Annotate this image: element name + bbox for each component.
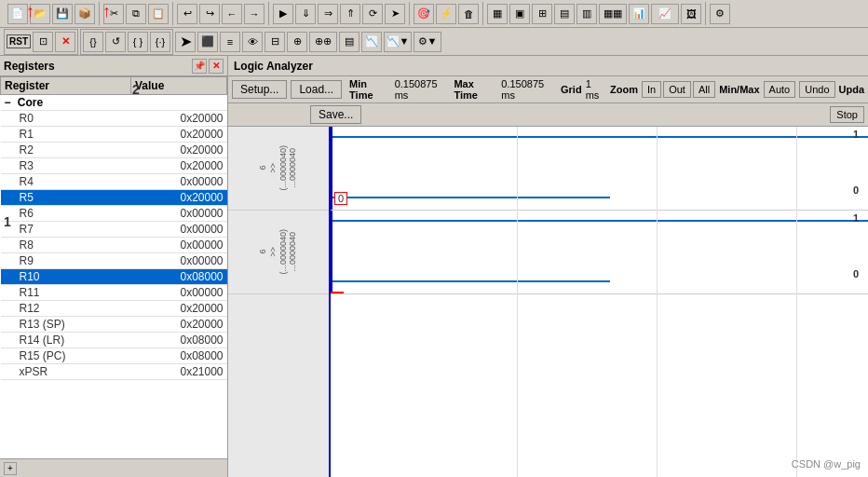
- step-over-button[interactable]: ⇒: [318, 4, 338, 24]
- minmax-label: Min/Max: [719, 84, 759, 95]
- forward-button[interactable]: →: [244, 4, 264, 24]
- step-into-button[interactable]: ⇓: [295, 4, 316, 24]
- save-button[interactable]: 💾: [52, 4, 73, 24]
- register-row[interactable]: R9 0x00000: [1, 253, 227, 269]
- load-button[interactable]: Load...: [291, 80, 342, 99]
- arrow-right2-button[interactable]: ➤: [175, 32, 196, 52]
- save-button[interactable]: Save...: [310, 105, 361, 124]
- register-row[interactable]: R11 0x00000: [1, 285, 227, 301]
- reg-name: R12: [1, 301, 131, 317]
- reg-value: 0x08000: [131, 333, 227, 348]
- registers-scroll[interactable]: Register Value − Core R0 0x20000 R1 0x20…: [0, 76, 227, 458]
- zoom-all-button[interactable]: All: [693, 81, 715, 98]
- register-row[interactable]: R15 (PC) 0x08000: [1, 348, 227, 364]
- layout5-button[interactable]: ▥: [576, 4, 597, 24]
- file-group: 📄 📂 💾 📦: [4, 2, 100, 25]
- trace1-button[interactable]: ⊕: [287, 32, 307, 52]
- trace4-button[interactable]: 📉: [361, 32, 382, 52]
- undo-button[interactable]: ↩: [177, 4, 197, 24]
- brace-loop-button[interactable]: ↺: [105, 32, 126, 52]
- arrow-right-button[interactable]: ➤: [385, 4, 405, 24]
- layout1-button[interactable]: ▦: [487, 4, 508, 24]
- reg-name: R0: [1, 111, 131, 127]
- registers-title: Registers: [4, 60, 55, 73]
- panel-icon-group: 📌 ✕: [192, 59, 224, 74]
- close-red-button[interactable]: ✕: [55, 32, 75, 52]
- waveform-row-1: 1 0 0: [331, 127, 868, 211]
- redo-button[interactable]: ↪: [199, 4, 220, 24]
- layout8-button[interactable]: 📈: [651, 4, 679, 24]
- register-row[interactable]: xPSR 0x21000: [1, 364, 227, 380]
- jump-button[interactable]: ⟳: [362, 4, 383, 24]
- undo-button[interactable]: Undo: [799, 81, 834, 98]
- run-button[interactable]: ▶: [273, 4, 293, 24]
- step-out-button[interactable]: ⇑: [340, 4, 360, 24]
- project-button[interactable]: 📦: [75, 4, 95, 24]
- register-row[interactable]: R10 0x08000: [1, 269, 227, 285]
- register-row[interactable]: R13 (SP) 0x20000: [1, 317, 227, 333]
- brace-empty-button[interactable]: { }: [128, 32, 148, 52]
- layout7-button[interactable]: 📊: [629, 4, 649, 24]
- pin-button[interactable]: 📌: [192, 59, 207, 74]
- setup-button[interactable]: Setup...: [232, 80, 287, 99]
- cut-button[interactable]: ✂: [103, 4, 124, 24]
- layout3-button[interactable]: ⊞: [532, 4, 552, 24]
- auto-button[interactable]: Auto: [764, 81, 796, 98]
- paste-button[interactable]: 📋: [148, 4, 169, 24]
- settings-group: ⚙: [706, 2, 734, 25]
- reg-value: 0x08000: [131, 348, 227, 364]
- wave-val-2-high: 1: [853, 212, 859, 224]
- brace-curly-button[interactable]: {·}: [150, 32, 170, 52]
- toolbar2: RST ⊡ ✕ {} ↺ { } {·} ➤ ⬛ ≡ 👁 ⊟ ⊕ ⊕⊕ ▤ 📉 …: [0, 28, 868, 56]
- register-row[interactable]: R5 0x20000: [1, 190, 227, 206]
- settings-button[interactable]: ⚙: [710, 4, 730, 24]
- reg-name: R3: [1, 158, 131, 174]
- core-group-label: Core: [18, 96, 43, 109]
- register-row[interactable]: R0 0x20000: [1, 111, 227, 127]
- brace-open-button[interactable]: {}: [83, 32, 103, 52]
- copy-button[interactable]: ⧉: [126, 4, 146, 24]
- register-row[interactable]: R14 (LR) 0x08000: [1, 333, 227, 348]
- register-row[interactable]: R7 0x00000: [1, 222, 227, 238]
- close-panel-button[interactable]: ✕: [209, 59, 224, 74]
- register-row[interactable]: R12 0x20000: [1, 301, 227, 317]
- new-button[interactable]: 📄: [7, 4, 28, 24]
- reg-name: R7: [1, 222, 131, 238]
- erase-button[interactable]: 🗑: [458, 4, 479, 24]
- reg-name: R14 (LR): [1, 333, 131, 348]
- register-row[interactable]: R8 0x00000: [1, 238, 227, 253]
- register-row[interactable]: R3 0x20000: [1, 158, 227, 174]
- terminal-button[interactable]: ⬛: [197, 32, 218, 52]
- layout2-button[interactable]: ▣: [509, 4, 530, 24]
- collapse-core-icon[interactable]: −: [5, 96, 11, 109]
- zoom-in-button[interactable]: In: [642, 81, 661, 98]
- memmap-button[interactable]: ≡: [220, 32, 240, 52]
- open-button[interactable]: 📂: [30, 4, 50, 24]
- waveform-display[interactable]: 1 0 0 1 0: [331, 127, 868, 477]
- register-row[interactable]: R4 0x00000: [1, 174, 227, 190]
- trace3-button[interactable]: ▤: [339, 32, 359, 52]
- trace5-button[interactable]: 📉▼: [384, 32, 412, 52]
- watermark: CSDN @w_pig: [792, 458, 861, 470]
- flash-button[interactable]: ⚡: [436, 4, 456, 24]
- register-row[interactable]: R2 0x20000: [1, 143, 227, 158]
- col-register-header: Register: [1, 77, 131, 95]
- stop-button[interactable]: Stop: [830, 106, 864, 123]
- min-time-value: 0.150875 ms: [395, 78, 451, 101]
- layout4-button[interactable]: ▤: [554, 4, 575, 24]
- reg-name: R13 (SP): [1, 317, 131, 333]
- register-row[interactable]: R6 0x00000: [1, 206, 227, 222]
- reg-name: R1: [1, 127, 131, 143]
- expand-button[interactable]: +: [4, 462, 17, 475]
- reg-window-button[interactable]: ⊡: [33, 32, 53, 52]
- layout9-button[interactable]: 🖼: [681, 4, 701, 24]
- register-row[interactable]: R1 0x20000: [1, 127, 227, 143]
- back-button[interactable]: ←: [222, 4, 242, 24]
- trace2-button[interactable]: ⊕⊕: [309, 32, 337, 52]
- zoom-out-button[interactable]: Out: [663, 81, 691, 98]
- layout6-button[interactable]: ▦▦: [599, 4, 627, 24]
- settings2-button[interactable]: ⚙▼: [414, 32, 441, 52]
- target-button[interactable]: 🎯: [414, 4, 434, 24]
- stack-button[interactable]: ⊟: [264, 32, 285, 52]
- watch-button[interactable]: 👁: [242, 32, 263, 52]
